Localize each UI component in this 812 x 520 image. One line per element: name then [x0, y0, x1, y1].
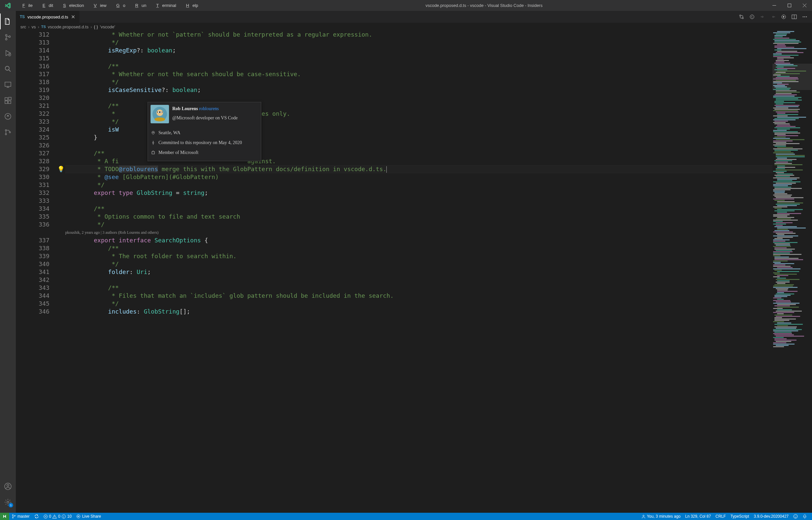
svg-point-43	[643, 515, 644, 516]
sync-icon[interactable]	[32, 513, 41, 520]
search-icon[interactable]	[0, 61, 16, 77]
run-debug-icon[interactable]	[0, 45, 16, 61]
svg-point-20	[750, 15, 754, 19]
editor-tab[interactable]: TS vscode.proposed.d.ts	[16, 11, 79, 23]
menu-edit[interactable]: Edit	[36, 2, 56, 9]
nav-prev-icon[interactable]	[759, 14, 766, 20]
feedback-icon[interactable]	[791, 513, 800, 520]
remote-explorer-icon[interactable]	[0, 77, 16, 93]
live-share[interactable]: Live Share	[74, 513, 103, 520]
svg-rect-7	[5, 98, 7, 100]
svg-point-44	[793, 514, 797, 518]
menu-go[interactable]: Go	[110, 2, 129, 9]
hover-handle[interactable]: roblourens	[199, 106, 219, 111]
remote-indicator[interactable]	[0, 513, 9, 520]
maximize-button[interactable]	[782, 0, 797, 11]
chevron-right-icon: ›	[91, 24, 92, 29]
codelens-authors[interactable]: pkoushik, 2 years ago | 3 authors (Rob L…	[65, 229, 159, 236]
compare-changes-icon[interactable]	[738, 14, 745, 20]
svg-point-12	[5, 130, 7, 131]
hover-name: Rob Lourens	[172, 106, 198, 111]
svg-rect-10	[8, 97, 11, 100]
git-branch[interactable]: master	[9, 513, 32, 520]
svg-point-25	[803, 17, 804, 18]
tab-close-icon[interactable]	[71, 15, 76, 19]
problems[interactable]: 0 0 10	[41, 513, 74, 520]
window-title: vscode.proposed.d.ts - vscode - Visual S…	[202, 3, 766, 8]
app-logo	[0, 3, 16, 8]
namespace-icon: { }	[94, 24, 98, 29]
settings-badge: 1	[8, 503, 13, 508]
svg-point-16	[7, 485, 9, 486]
line-number-gutter: 3123133143153163173183193203213223233243…	[16, 31, 55, 513]
hover-bio: @Microsoft developer on VS Code	[172, 114, 238, 122]
commit-icon	[151, 141, 156, 145]
go-back-icon[interactable]	[749, 14, 755, 20]
cursor-position[interactable]: Ln 329, Col 87	[683, 513, 713, 520]
minimap-slider[interactable]	[773, 63, 812, 90]
menu-terminal[interactable]: Terminal	[149, 2, 179, 9]
menu-view[interactable]: View	[87, 2, 110, 9]
typescript-version[interactable]: 3.9.0-dev.20200427	[751, 513, 791, 520]
svg-rect-9	[8, 101, 11, 104]
svg-point-22	[773, 16, 774, 18]
user-hover-card: Rob Lourens roblourens @Microsoft develo…	[147, 102, 261, 161]
svg-point-13	[5, 133, 7, 135]
svg-point-17	[7, 501, 9, 503]
nav-next-icon[interactable]	[770, 14, 777, 20]
run-icon[interactable]	[780, 14, 787, 20]
explorer-icon[interactable]	[0, 14, 16, 29]
breadcrumb-segment[interactable]: src	[21, 24, 26, 29]
notifications-icon[interactable]	[800, 513, 809, 520]
accounts-icon[interactable]	[0, 478, 16, 494]
svg-point-2	[6, 38, 7, 40]
chevron-right-icon: ›	[28, 24, 29, 29]
chevron-right-icon: ›	[38, 24, 39, 29]
svg-point-1	[6, 35, 7, 36]
breadcrumb[interactable]: src › vs › TS vscode.proposed.d.ts › { }…	[16, 23, 812, 31]
eol-indicator[interactable]: CRLF	[713, 513, 728, 520]
svg-point-19	[742, 18, 744, 19]
code-content[interactable]: * Whether or not `pattern` should be int…	[65, 31, 773, 513]
close-button[interactable]	[797, 0, 812, 11]
docker-icon[interactable]	[0, 108, 16, 124]
avatar	[150, 105, 169, 123]
breadcrumb-segment[interactable]: 'vscode'	[100, 24, 115, 29]
svg-point-5	[5, 66, 9, 70]
minimize-button[interactable]	[766, 0, 782, 11]
svg-rect-0	[788, 4, 791, 7]
hover-location: Seattle, WA	[159, 129, 180, 137]
settings-gear-icon[interactable]: 1	[0, 494, 16, 510]
extensions-icon[interactable]	[0, 93, 16, 108]
split-editor-icon[interactable]	[791, 14, 797, 20]
svg-point-3	[9, 36, 10, 37]
svg-rect-8	[5, 101, 7, 104]
svg-point-32	[158, 111, 159, 113]
breadcrumb-segment[interactable]: vs	[32, 24, 36, 29]
svg-point-14	[9, 132, 10, 133]
menu-run[interactable]: Run	[129, 2, 149, 9]
typescript-file-icon: TS	[41, 25, 46, 29]
hover-org: Member of Microsoft	[159, 149, 198, 157]
svg-point-45	[794, 516, 795, 516]
location-icon	[151, 131, 156, 135]
minimap[interactable]	[773, 31, 812, 513]
language-mode[interactable]: TypeScript	[728, 513, 751, 520]
editor-area[interactable]: 3123133143153163173183193203213223233243…	[16, 31, 812, 513]
lightbulb-icon[interactable]: 💡	[57, 165, 64, 173]
svg-point-33	[161, 111, 162, 113]
svg-rect-6	[5, 82, 11, 86]
svg-point-29	[155, 118, 165, 121]
more-actions-icon[interactable]	[802, 14, 808, 20]
svg-point-38	[12, 517, 13, 518]
menu-help[interactable]: Help	[179, 2, 202, 9]
git-blame[interactable]: You, 3 minutes ago	[639, 513, 683, 520]
breadcrumb-segment[interactable]: vscode.proposed.d.ts	[48, 24, 89, 29]
tab-filename: vscode.proposed.d.ts	[27, 15, 68, 20]
source-control-icon[interactable]	[0, 29, 16, 45]
menu-file[interactable]: FFileile	[16, 2, 36, 9]
svg-point-37	[12, 515, 13, 516]
menu-selection[interactable]: Selection	[56, 2, 87, 9]
typescript-file-icon: TS	[20, 15, 25, 19]
github-icon[interactable]	[0, 124, 16, 140]
